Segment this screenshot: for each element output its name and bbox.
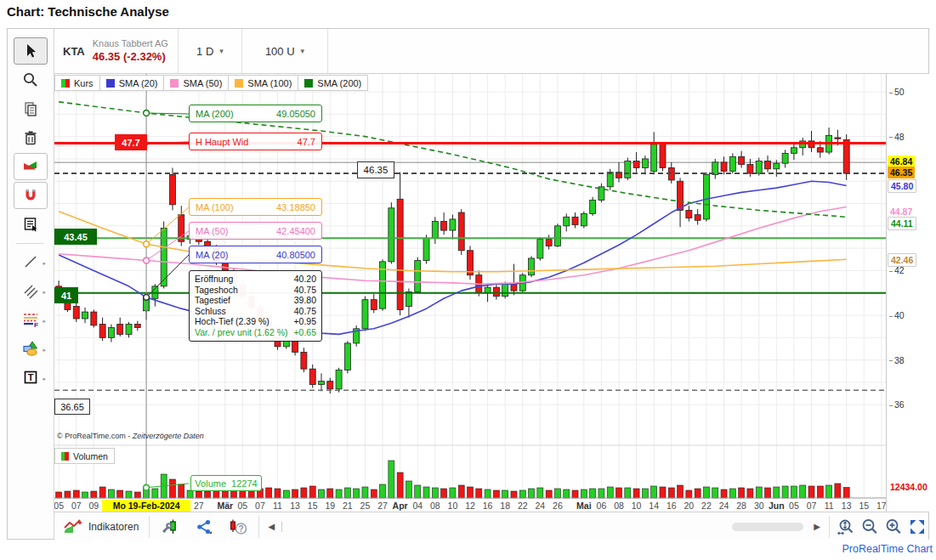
svg-text:Mai: Mai — [576, 501, 592, 511]
legend-item-kurs[interactable]: Kurs — [54, 75, 100, 91]
legend-item-volumen[interactable]: Volumen — [54, 448, 115, 464]
cursor-icon — [22, 42, 39, 59]
horizontal-scrollbar[interactable] — [732, 523, 803, 531]
svg-text:T: T — [28, 372, 34, 382]
support-upper-price-badge[interactable]: 43.45 — [54, 229, 97, 245]
price-axis[interactable]: 504846.8446.3545.8044.8744.1142.46424038… — [886, 74, 932, 512]
legend-item-sma200[interactable]: SMA (200) — [298, 75, 368, 91]
support-lower-price-badge[interactable]: 41 — [54, 287, 78, 303]
svg-text:19: 19 — [325, 501, 335, 511]
magnet-tool-button[interactable] — [14, 182, 48, 209]
axis-sma20-label: 45.80 — [888, 179, 916, 193]
fullscreen-button[interactable] — [906, 516, 928, 538]
tooltip-value: +0.95 — [293, 316, 316, 327]
zoom-in-button[interactable] — [882, 516, 905, 538]
resistance-price-badge[interactable]: 47.7 — [115, 134, 147, 150]
zoom-tool-button[interactable] — [14, 66, 48, 93]
ohlc-tooltip: Eröffnung40.20 Tageshoch40.75 Tagestief3… — [189, 270, 322, 342]
svg-text:18: 18 — [500, 501, 510, 511]
svg-text:26: 26 — [553, 501, 563, 511]
parallel-lines-tool-button[interactable]: ▸ — [14, 277, 48, 304]
svg-text:08: 08 — [614, 501, 624, 511]
svg-text:13: 13 — [842, 501, 852, 511]
indicators-button[interactable]: Indikatoren — [56, 516, 145, 538]
zoom-in-icon — [884, 518, 903, 536]
svg-text:13: 13 — [290, 501, 300, 511]
copyright-note: © ProRealTime.com - Zeitverzögerte Daten — [57, 432, 204, 440]
legend-item-sma20[interactable]: SMA (20) — [100, 75, 165, 91]
units-dropdown[interactable]: 100 U ▾ — [242, 29, 328, 73]
scroll-left-button[interactable]: ◀ — [263, 522, 280, 531]
tooltip-label: Eröffnung — [195, 274, 233, 285]
fibonacci-tool-button[interactable]: F ▸ — [14, 306, 48, 333]
svg-text:28: 28 — [736, 501, 746, 511]
ma-label: MA (50) — [196, 226, 229, 236]
help-button[interactable]: ? — [221, 516, 255, 538]
legend-item-sma100[interactable]: SMA (100) — [229, 75, 298, 91]
svg-text:05: 05 — [789, 501, 799, 511]
svg-text:16: 16 — [483, 501, 493, 511]
toolbar-divider — [258, 516, 259, 538]
svg-text:24: 24 — [719, 501, 729, 511]
ma20-label-box[interactable]: MA (20)40.80500 — [189, 246, 322, 263]
ma-value: 42.45400 — [276, 226, 315, 236]
axis-tick-label: 36 — [889, 399, 905, 410]
tooltip-label: Var. / prev unit (1.62 %) — [195, 327, 288, 338]
ma50-label-box[interactable]: MA (50)42.45400 — [189, 222, 322, 240]
zoom-out-button[interactable] — [859, 516, 881, 538]
toolbar-filler — [328, 29, 928, 73]
cursor-tool-button[interactable] — [14, 37, 48, 65]
svg-text:25: 25 — [360, 501, 371, 511]
line-label: H Haupt Wid — [196, 137, 248, 147]
volume-value-box: Volume12274 — [190, 475, 262, 491]
instrument-cell[interactable]: KTA Knaus Tabbert AG 46.35 (-2.32%) — [54, 29, 179, 73]
parallel-lines-icon — [22, 282, 39, 299]
chevron-down-icon: ▾ — [219, 47, 224, 55]
svg-text:14: 14 — [649, 501, 659, 511]
dashed-level-price-badge[interactable]: 36.65 — [54, 399, 90, 415]
duplicate-tool-button[interactable] — [14, 95, 48, 122]
svg-text:07: 07 — [255, 501, 265, 511]
ma200-label-box[interactable]: MA (200)49.05050 — [189, 105, 322, 122]
watchlist-tool-button[interactable] — [14, 211, 48, 238]
top-toolbar: KTA Knaus Tabbert AG 46.35 (-2.32%) 1 D … — [54, 29, 928, 74]
ma100-label-box[interactable]: MA (100)43.18850 — [189, 198, 322, 216]
bottom-toolbar-right-group: ▶ — [732, 516, 928, 538]
svg-text:09: 09 — [88, 501, 99, 511]
legend-item-sma50[interactable]: SMA (50) — [164, 75, 229, 91]
page-title: Chart: Technische Analyse — [7, 4, 169, 19]
magnet-icon — [22, 187, 39, 204]
chart-panel: ▸ ▸ F ▸ ▸ T ▸ KTA — [7, 28, 929, 540]
line-tool-button[interactable]: ▸ — [14, 248, 48, 275]
indicators-icon — [63, 518, 83, 535]
axis-sma50-label: 44.87 — [888, 206, 915, 218]
scroll-right-button[interactable]: ▶ — [808, 522, 825, 531]
proRealTime-chart-window: Chart: Technische Analyse — [0, 0, 936, 560]
shapes-tool-button[interactable]: ▸ — [14, 335, 48, 362]
svg-text:F: F — [34, 321, 38, 328]
axis-high-label: 46.84 — [888, 156, 915, 167]
chart-settings-button[interactable] — [155, 516, 187, 538]
toolbar-divider — [149, 516, 150, 538]
svg-text:16: 16 — [667, 501, 677, 511]
symbol-ticker: KTA — [63, 45, 85, 58]
delete-tool-button[interactable] — [14, 124, 48, 151]
kurs-swatch-icon — [61, 79, 70, 88]
text-tool-button[interactable]: T ▸ — [14, 364, 48, 391]
share-button[interactable] — [189, 516, 219, 538]
timeframe-dropdown[interactable]: 1 D ▾ — [179, 29, 242, 73]
prorealtime-link[interactable]: ProRealTime Chart — [842, 543, 933, 555]
svg-text:27: 27 — [194, 501, 204, 511]
svg-text:?: ? — [239, 523, 244, 533]
plot-area[interactable]: 0507092705071113151921252704081012161822… — [54, 74, 886, 512]
svg-text:30: 30 — [754, 501, 764, 511]
svg-text:11: 11 — [273, 501, 282, 511]
svg-text:11: 11 — [825, 501, 834, 511]
price-style-tool-button[interactable] — [14, 153, 48, 180]
ma-label: MA (200) — [196, 109, 234, 119]
zoom-fit-button[interactable] — [835, 516, 857, 538]
svg-text:Mo 19-Feb-2024: Mo 19-Feb-2024 — [113, 501, 180, 511]
svg-text:24: 24 — [536, 501, 546, 511]
resistance-label-box[interactable]: H Haupt Wid47.7 — [189, 133, 322, 150]
fibonacci-icon: F — [21, 311, 40, 328]
